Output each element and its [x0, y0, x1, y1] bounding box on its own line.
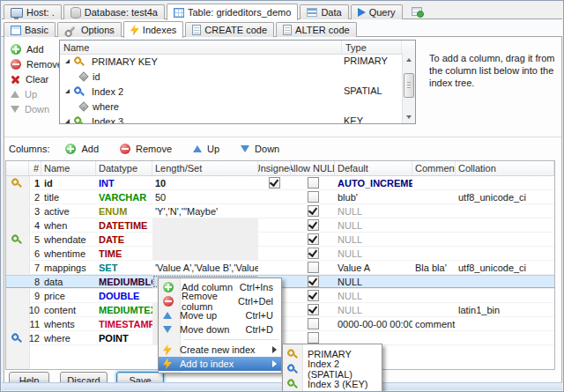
index-tree-row-id[interactable]: id — [60, 69, 402, 84]
length-set-cell[interactable]: 'Y','N','''Maybe' — [152, 204, 258, 218]
sub-tab-basic[interactable]: Basic — [4, 22, 56, 37]
default-cell[interactable]: NULL — [335, 233, 412, 246]
menu-item-move-down[interactable]: Move downCtrl+D — [159, 322, 281, 337]
sub-tab-alter-code[interactable]: ALTER code — [276, 22, 357, 37]
allow-null-cell[interactable] — [291, 303, 335, 316]
comment-cell[interactable] — [412, 331, 456, 344]
sub-tab-options[interactable]: Options — [57, 22, 122, 37]
grid-row-mappings[interactable]: 7mappingsSET'Value A','Value B','Value C… — [6, 261, 554, 275]
comment-cell[interactable] — [412, 176, 456, 189]
column-name-cell[interactable]: whentime — [41, 247, 96, 260]
allow-null-checkbox[interactable] — [308, 304, 319, 315]
datatype-cell[interactable]: TIMESTAMP — [96, 317, 152, 330]
tree-expander-icon[interactable] — [65, 89, 70, 93]
main-tab-query[interactable]: Query — [351, 4, 403, 19]
default-cell[interactable]: AUTO_INCREMENT — [335, 176, 412, 189]
comment-cell[interactable] — [412, 289, 456, 302]
column-name-cell[interactable]: price — [41, 289, 96, 302]
comment-cell[interactable]: Bla bla' — [412, 261, 456, 274]
datatype-cell[interactable]: DATE — [96, 233, 152, 246]
unsigned-cell[interactable] — [258, 190, 291, 203]
columns-add-button[interactable]: Add — [63, 142, 100, 157]
collation-cell[interactable]: utf8_unicode_ci — [456, 190, 554, 203]
unsigned-cell[interactable] — [258, 233, 291, 246]
column-name-cell[interactable]: mappings — [41, 261, 96, 274]
collation-cell[interactable]: utf8_unicode_ci — [456, 261, 554, 274]
datatype-cell[interactable]: MEDIUMTEXT — [96, 303, 152, 316]
index-tree-row-primary-key[interactable]: PRIMARY KEYPRIMARY — [60, 54, 402, 69]
column-name-cell[interactable]: where — [41, 331, 96, 344]
index-tree-row-index-2[interactable]: Index 2SPATIAL — [60, 84, 402, 99]
length-set-cell[interactable] — [152, 218, 258, 232]
default-cell[interactable]: NULL — [335, 303, 412, 316]
grid-header-[interactable]: # — [29, 161, 41, 175]
menu-item-add-to-index[interactable]: Add to index — [159, 357, 281, 371]
grid-row-when[interactable]: 4whenDATETIMENULL — [6, 218, 554, 233]
default-cell[interactable]: blub' — [335, 190, 412, 203]
allow-null-checkbox[interactable] — [308, 332, 319, 344]
menu-item-remove-column[interactable]: Remove columnCtrl+Del — [159, 294, 281, 308]
collation-cell[interactable] — [456, 233, 554, 246]
datatype-cell[interactable]: INT — [96, 176, 152, 189]
collation-cell[interactable] — [456, 218, 554, 232]
allow-null-checkbox[interactable] — [308, 318, 319, 329]
main-tab-host[interactable]: Host: . — [4, 4, 62, 19]
allow-null-checkbox[interactable] — [308, 191, 319, 203]
datatype-cell[interactable]: VARCHAR — [96, 190, 152, 203]
unsigned-cell[interactable] — [258, 261, 291, 274]
datatype-cell[interactable]: MEDIUMBLOB — [96, 275, 152, 288]
allow-null-cell[interactable] — [291, 190, 335, 203]
grid-header-comment[interactable]: Comment — [412, 161, 456, 175]
allow-null-checkbox[interactable] — [308, 290, 319, 301]
index-remove-button[interactable]: Remove — [9, 56, 64, 71]
grid-header-unsigned[interactable]: Unsigned — [258, 161, 291, 175]
grid-header-datatype[interactable]: Datatype — [96, 161, 152, 175]
refresh-grid-icon[interactable] — [412, 7, 422, 16]
collation-cell[interactable]: latin1_bin — [456, 303, 554, 316]
main-tab-database-test4a[interactable]: Database: test4a — [63, 4, 165, 19]
scrollbar-thumb[interactable] — [404, 73, 414, 98]
allow-null-cell[interactable] — [291, 176, 335, 189]
default-cell[interactable]: Value A — [335, 261, 412, 274]
index-clear-button[interactable]: Clear — [9, 71, 64, 86]
column-name-cell[interactable]: when — [41, 218, 96, 232]
allow-null-cell[interactable] — [291, 289, 335, 302]
column-name-cell[interactable]: content — [41, 303, 96, 316]
index-list-header-name[interactable]: Name — [60, 41, 342, 54]
columns-remove-button[interactable]: Remove — [118, 142, 174, 157]
grid-header-collation[interactable]: Collation — [456, 161, 554, 175]
index-list-scrollbar[interactable] — [402, 54, 415, 123]
grid-row-id[interactable]: 1idINT10AUTO_INCREMENT — [6, 176, 554, 190]
default-cell[interactable]: NULL — [335, 204, 412, 218]
default-cell[interactable]: NULL — [335, 218, 412, 232]
column-name-cell[interactable]: whents — [41, 317, 96, 330]
allow-null-checkbox[interactable] — [308, 205, 319, 217]
default-cell[interactable] — [335, 331, 412, 344]
length-set-cell[interactable]: 50 — [152, 190, 258, 203]
menu-item-move-up[interactable]: Move upCtrl+U — [159, 308, 281, 322]
index-list-header-type[interactable]: Type — [342, 41, 402, 54]
length-set-cell[interactable] — [152, 233, 258, 246]
submenu-item-index-3-key[interactable]: Index 3 (KEY) — [283, 376, 382, 391]
collation-cell[interactable] — [456, 331, 554, 344]
menu-item-create-new-index[interactable]: Create new index — [159, 343, 281, 357]
grid-header-length-set[interactable]: Length/Set — [152, 161, 258, 175]
length-set-cell[interactable]: 10 — [152, 176, 258, 189]
index-add-button[interactable]: Add — [9, 41, 64, 56]
collation-cell[interactable] — [456, 176, 554, 189]
allow-null-cell[interactable] — [291, 275, 335, 288]
datatype-cell[interactable]: DATETIME — [96, 218, 152, 232]
columns-down-button[interactable]: Down — [239, 142, 281, 157]
length-set-cell[interactable] — [152, 247, 258, 260]
default-cell[interactable]: NULL — [335, 289, 412, 302]
allow-null-checkbox[interactable] — [308, 276, 319, 287]
comment-cell[interactable] — [412, 247, 456, 260]
columns-up-button[interactable]: Up — [191, 142, 221, 157]
allow-null-cell[interactable] — [291, 317, 335, 330]
datatype-cell[interactable]: TIME — [96, 247, 152, 260]
allow-null-checkbox[interactable] — [308, 177, 319, 189]
allow-null-cell[interactable] — [291, 218, 335, 232]
default-cell[interactable]: NULL — [335, 275, 412, 288]
datatype-cell[interactable]: ENUM — [96, 204, 152, 218]
collation-cell[interactable] — [456, 317, 554, 330]
